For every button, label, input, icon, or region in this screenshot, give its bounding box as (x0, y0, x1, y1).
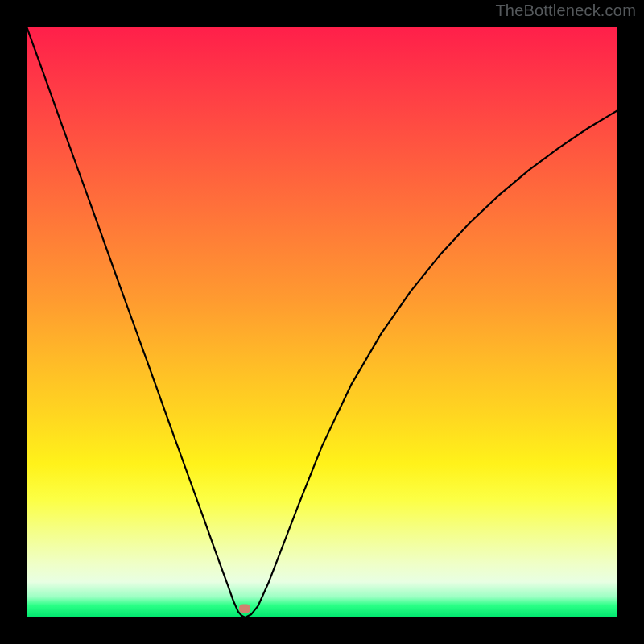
plot-area (27, 27, 617, 617)
bottleneck-curve (27, 27, 617, 617)
curve-svg (27, 27, 617, 617)
chart-stage: TheBottleneck.com (0, 0, 644, 644)
selected-point-marker (239, 604, 250, 613)
watermark-text: TheBottleneck.com (495, 2, 636, 20)
